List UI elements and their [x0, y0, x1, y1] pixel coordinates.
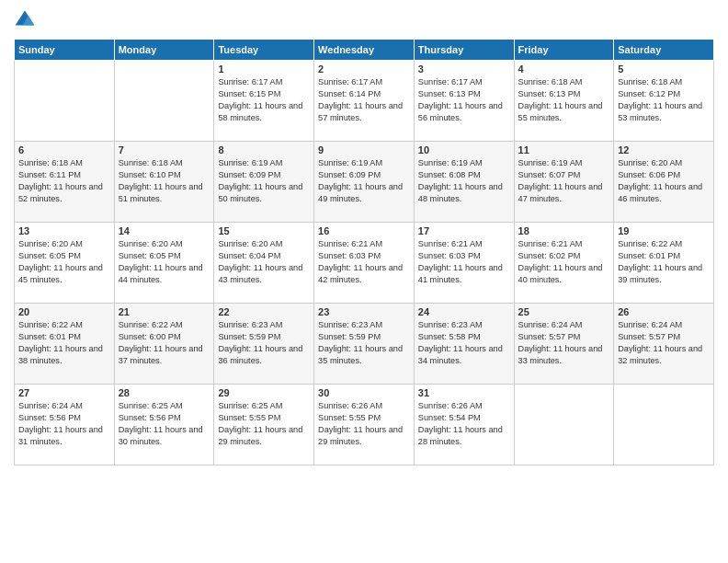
day-number: 21	[119, 306, 210, 317]
day-number: 31	[418, 387, 510, 398]
calendar-cell: 26Sunrise: 6:24 AM Sunset: 5:57 PM Dayli…	[614, 304, 714, 385]
calendar-cell: 23Sunrise: 6:23 AM Sunset: 5:59 PM Dayli…	[314, 304, 415, 385]
logo	[14, 9, 40, 31]
day-info: Sunrise: 6:20 AM Sunset: 6:05 PM Dayligh…	[119, 238, 210, 286]
day-info: Sunrise: 6:23 AM Sunset: 5:58 PM Dayligh…	[418, 319, 510, 367]
calendar-cell: 20Sunrise: 6:22 AM Sunset: 6:01 PM Dayli…	[15, 304, 115, 385]
day-info: Sunrise: 6:19 AM Sunset: 6:09 PM Dayligh…	[318, 157, 410, 205]
calendar-cell: 13Sunrise: 6:20 AM Sunset: 6:05 PM Dayli…	[15, 223, 115, 304]
day-info: Sunrise: 6:24 AM Sunset: 5:56 PM Dayligh…	[18, 400, 110, 448]
day-info: Sunrise: 6:18 AM Sunset: 6:13 PM Dayligh…	[518, 76, 610, 124]
calendar-cell: 3Sunrise: 6:17 AM Sunset: 6:13 PM Daylig…	[414, 61, 514, 142]
calendar-cell: 9Sunrise: 6:19 AM Sunset: 6:09 PM Daylig…	[314, 142, 415, 223]
day-number: 28	[119, 387, 210, 398]
day-number: 27	[18, 387, 110, 398]
weekday-header: Monday	[114, 40, 214, 61]
weekday-header: Thursday	[414, 40, 514, 61]
calendar-cell: 31Sunrise: 6:26 AM Sunset: 5:54 PM Dayli…	[414, 385, 514, 465]
calendar-cell: 1Sunrise: 6:17 AM Sunset: 6:15 PM Daylig…	[214, 61, 314, 142]
calendar-cell: 25Sunrise: 6:24 AM Sunset: 5:57 PM Dayli…	[514, 304, 614, 385]
calendar-cell	[15, 61, 115, 142]
day-info: Sunrise: 6:20 AM Sunset: 6:06 PM Dayligh…	[618, 157, 710, 205]
day-info: Sunrise: 6:20 AM Sunset: 6:05 PM Dayligh…	[18, 238, 110, 286]
calendar-cell: 24Sunrise: 6:23 AM Sunset: 5:58 PM Dayli…	[414, 304, 514, 385]
day-info: Sunrise: 6:21 AM Sunset: 6:02 PM Dayligh…	[518, 238, 610, 286]
header	[14, 9, 714, 31]
calendar-cell: 2Sunrise: 6:17 AM Sunset: 6:14 PM Daylig…	[314, 61, 415, 142]
day-number: 24	[418, 306, 510, 317]
weekday-header: Friday	[514, 40, 614, 61]
calendar-cell: 16Sunrise: 6:21 AM Sunset: 6:03 PM Dayli…	[314, 223, 415, 304]
day-info: Sunrise: 6:22 AM Sunset: 6:01 PM Dayligh…	[18, 319, 110, 367]
calendar-week-row: 1Sunrise: 6:17 AM Sunset: 6:15 PM Daylig…	[15, 61, 714, 142]
calendar-cell: 6Sunrise: 6:18 AM Sunset: 6:11 PM Daylig…	[15, 142, 115, 223]
calendar-cell	[514, 385, 614, 465]
calendar-week-row: 20Sunrise: 6:22 AM Sunset: 6:01 PM Dayli…	[15, 304, 714, 385]
day-number: 1	[218, 63, 310, 75]
logo-icon	[14, 9, 36, 31]
calendar-cell: 27Sunrise: 6:24 AM Sunset: 5:56 PM Dayli…	[15, 385, 115, 465]
day-info: Sunrise: 6:18 AM Sunset: 6:11 PM Dayligh…	[18, 157, 110, 205]
day-info: Sunrise: 6:24 AM Sunset: 5:57 PM Dayligh…	[618, 319, 710, 367]
day-number: 18	[518, 225, 610, 236]
calendar-week-row: 13Sunrise: 6:20 AM Sunset: 6:05 PM Dayli…	[15, 223, 714, 304]
day-number: 3	[418, 63, 510, 75]
day-number: 23	[318, 306, 410, 317]
day-info: Sunrise: 6:26 AM Sunset: 5:54 PM Dayligh…	[418, 400, 510, 448]
day-info: Sunrise: 6:19 AM Sunset: 6:09 PM Dayligh…	[218, 157, 310, 205]
calendar-cell: 5Sunrise: 6:18 AM Sunset: 6:12 PM Daylig…	[614, 61, 714, 142]
day-info: Sunrise: 6:18 AM Sunset: 6:12 PM Dayligh…	[618, 76, 710, 124]
calendar-week-row: 6Sunrise: 6:18 AM Sunset: 6:11 PM Daylig…	[15, 142, 714, 223]
calendar-cell	[614, 385, 714, 465]
day-number: 20	[18, 306, 110, 317]
day-number: 22	[218, 306, 310, 317]
day-number: 30	[318, 387, 410, 398]
calendar-cell: 22Sunrise: 6:23 AM Sunset: 5:59 PM Dayli…	[214, 304, 314, 385]
calendar-cell: 21Sunrise: 6:22 AM Sunset: 6:00 PM Dayli…	[114, 304, 214, 385]
calendar-week-row: 27Sunrise: 6:24 AM Sunset: 5:56 PM Dayli…	[15, 385, 714, 465]
weekday-header-row: SundayMondayTuesdayWednesdayThursdayFrid…	[15, 40, 714, 61]
day-number: 11	[518, 144, 610, 155]
day-number: 25	[518, 306, 610, 317]
calendar-cell: 29Sunrise: 6:25 AM Sunset: 5:55 PM Dayli…	[214, 385, 314, 465]
day-info: Sunrise: 6:19 AM Sunset: 6:08 PM Dayligh…	[418, 157, 510, 205]
day-number: 16	[318, 225, 410, 236]
day-info: Sunrise: 6:19 AM Sunset: 6:07 PM Dayligh…	[518, 157, 610, 205]
day-info: Sunrise: 6:20 AM Sunset: 6:04 PM Dayligh…	[218, 238, 310, 286]
calendar-cell: 7Sunrise: 6:18 AM Sunset: 6:10 PM Daylig…	[114, 142, 214, 223]
day-info: Sunrise: 6:25 AM Sunset: 5:55 PM Dayligh…	[218, 400, 310, 448]
day-info: Sunrise: 6:23 AM Sunset: 5:59 PM Dayligh…	[218, 319, 310, 367]
calendar-cell: 19Sunrise: 6:22 AM Sunset: 6:01 PM Dayli…	[614, 223, 714, 304]
day-number: 15	[218, 225, 310, 236]
day-info: Sunrise: 6:21 AM Sunset: 6:03 PM Dayligh…	[318, 238, 410, 286]
calendar-cell: 30Sunrise: 6:26 AM Sunset: 5:55 PM Dayli…	[314, 385, 415, 465]
calendar-cell: 18Sunrise: 6:21 AM Sunset: 6:02 PM Dayli…	[514, 223, 614, 304]
calendar-cell	[114, 61, 214, 142]
day-info: Sunrise: 6:17 AM Sunset: 6:14 PM Dayligh…	[318, 76, 410, 124]
calendar-cell: 15Sunrise: 6:20 AM Sunset: 6:04 PM Dayli…	[214, 223, 314, 304]
page: SundayMondayTuesdayWednesdayThursdayFrid…	[0, 0, 728, 563]
day-number: 9	[318, 144, 410, 155]
day-number: 13	[18, 225, 110, 236]
day-number: 29	[218, 387, 310, 398]
weekday-header: Wednesday	[314, 40, 415, 61]
day-number: 8	[218, 144, 310, 155]
day-number: 17	[418, 225, 510, 236]
day-info: Sunrise: 6:23 AM Sunset: 5:59 PM Dayligh…	[318, 319, 410, 367]
day-number: 4	[518, 63, 610, 75]
day-number: 2	[318, 63, 410, 75]
calendar-cell: 14Sunrise: 6:20 AM Sunset: 6:05 PM Dayli…	[114, 223, 214, 304]
calendar-cell: 8Sunrise: 6:19 AM Sunset: 6:09 PM Daylig…	[214, 142, 314, 223]
day-info: Sunrise: 6:26 AM Sunset: 5:55 PM Dayligh…	[318, 400, 410, 448]
day-number: 12	[618, 144, 710, 155]
weekday-header: Tuesday	[214, 40, 314, 61]
calendar-cell: 28Sunrise: 6:25 AM Sunset: 5:56 PM Dayli…	[114, 385, 214, 465]
day-info: Sunrise: 6:24 AM Sunset: 5:57 PM Dayligh…	[518, 319, 610, 367]
day-info: Sunrise: 6:17 AM Sunset: 6:15 PM Dayligh…	[218, 76, 310, 124]
calendar-cell: 4Sunrise: 6:18 AM Sunset: 6:13 PM Daylig…	[514, 61, 614, 142]
calendar-table: SundayMondayTuesdayWednesdayThursdayFrid…	[14, 39, 714, 465]
day-info: Sunrise: 6:21 AM Sunset: 6:03 PM Dayligh…	[418, 238, 510, 286]
calendar-cell: 11Sunrise: 6:19 AM Sunset: 6:07 PM Dayli…	[514, 142, 614, 223]
day-number: 19	[618, 225, 710, 236]
calendar-cell: 10Sunrise: 6:19 AM Sunset: 6:08 PM Dayli…	[414, 142, 514, 223]
